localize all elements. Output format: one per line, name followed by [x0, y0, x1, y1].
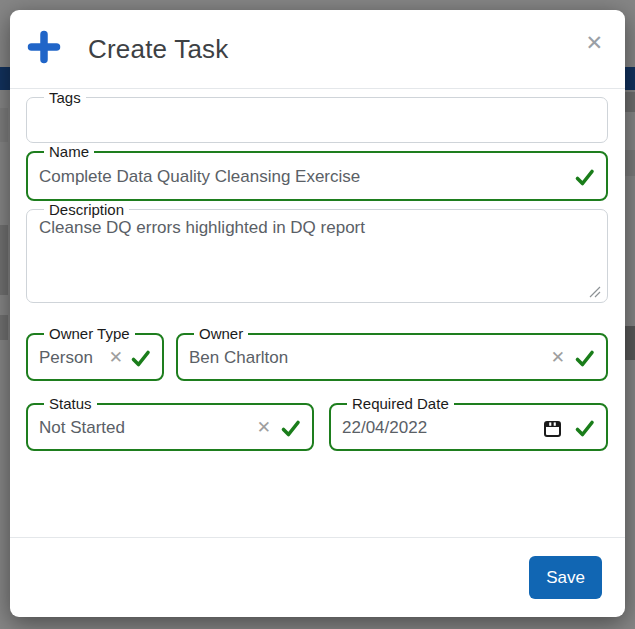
- create-task-dialog: Create Task ✕ Tags Name Description: [10, 10, 625, 617]
- description-textarea[interactable]: Cleanse DQ errors highlighted in DQ repo…: [39, 218, 595, 296]
- background-fragment: [0, 108, 8, 142]
- description-field: Description Cleanse DQ errors highlighte…: [26, 201, 608, 303]
- name-field: Name: [26, 143, 608, 201]
- name-input[interactable]: [39, 167, 574, 187]
- dialog-header: Create Task ✕: [10, 10, 625, 89]
- valid-check-icon: [574, 418, 595, 439]
- dialog-body: Tags Name Description Cleanse DQ errors …: [10, 89, 625, 537]
- close-icon[interactable]: ✕: [583, 32, 605, 53]
- owner-label: Owner: [194, 325, 248, 342]
- owner-type-label: Owner Type: [44, 325, 135, 342]
- owner-type-field: Owner Type Person ✕: [26, 325, 164, 381]
- clear-icon[interactable]: ✕: [551, 349, 565, 367]
- valid-check-icon: [574, 348, 595, 369]
- tags-field: Tags: [26, 89, 608, 143]
- resize-handle-icon[interactable]: [589, 286, 601, 298]
- required-date-field: Required Date 22/04/2022: [329, 395, 608, 451]
- required-date-value[interactable]: 22/04/2022: [342, 418, 427, 438]
- tags-input[interactable]: [39, 111, 595, 131]
- required-date-label: Required Date: [347, 395, 454, 412]
- name-label: Name: [44, 143, 94, 160]
- status-label: Status: [44, 395, 97, 412]
- dialog-footer: Save: [10, 537, 625, 617]
- valid-check-icon: [130, 348, 151, 369]
- clear-icon[interactable]: ✕: [257, 419, 271, 437]
- background-fragment: [625, 150, 635, 176]
- status-row: Status Not Started ✕ Required Date 22/04…: [26, 395, 608, 451]
- clear-icon[interactable]: ✕: [109, 349, 123, 367]
- tags-label: Tags: [44, 89, 86, 106]
- owner-type-value[interactable]: Person: [39, 348, 93, 368]
- background-fragment: [625, 326, 635, 360]
- status-value[interactable]: Not Started: [39, 418, 125, 438]
- owner-row: Owner Type Person ✕ Owner Ben Charlton: [26, 325, 608, 381]
- owner-value[interactable]: Ben Charlton: [189, 348, 288, 368]
- save-button[interactable]: Save: [529, 556, 602, 599]
- plus-icon: [27, 30, 61, 68]
- status-field: Status Not Started ✕: [26, 395, 314, 451]
- valid-check-icon: [280, 418, 301, 439]
- dialog-title: Create Task: [88, 34, 228, 65]
- description-label: Description: [44, 201, 129, 218]
- valid-check-icon: [574, 167, 595, 188]
- calendar-icon[interactable]: [543, 419, 562, 438]
- background-fragment: [0, 315, 8, 340]
- background-fragment: [625, 92, 635, 112]
- owner-field: Owner Ben Charlton ✕: [176, 325, 608, 381]
- background-fragment: [0, 225, 8, 295]
